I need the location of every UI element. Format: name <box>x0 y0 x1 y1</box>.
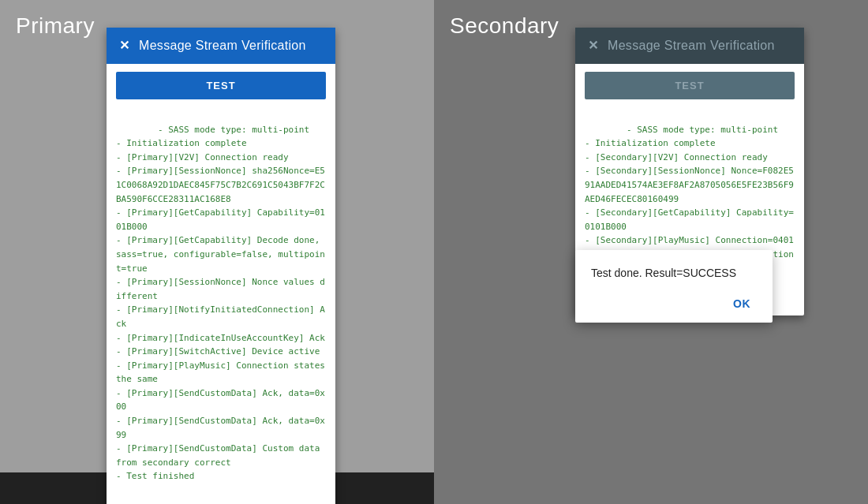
left-log-line-11: - [Primary][PlayMusic] Connection states… <box>116 360 331 385</box>
right-log-line-5: - [Secondary][GetCapability] Capability=… <box>585 207 794 232</box>
left-log-area: - SASS mode type: multi-point - Initiali… <box>116 109 326 498</box>
left-log-line-6: - [Primary][GetCapability] Decode done, … <box>116 235 325 273</box>
left-log-line-10: - [Primary][SwitchActive] Device active <box>116 346 320 357</box>
right-modal-title: Message Stream Verification <box>608 39 775 53</box>
left-log-line-9: - [Primary][IndicateInUseAccountKey] Ack <box>116 333 325 343</box>
left-test-button[interactable]: TEST <box>116 72 326 99</box>
left-modal-title: Message Stream Verification <box>139 39 306 53</box>
left-log-line-15: - Test finished <box>116 471 194 481</box>
right-close-icon[interactable]: ✕ <box>588 39 598 52</box>
right-log-line-1: - SASS mode type: multi-point <box>627 125 778 135</box>
left-modal: ✕ Message Stream Verification TEST - SAS… <box>107 28 335 504</box>
right-log-line-6: - [Secondary][PlayMusic] Connection=0401 <box>585 235 794 245</box>
left-log-line-5: - [Primary][GetCapability] Capability=01… <box>116 207 325 232</box>
left-log-line-2: - Initialization complete <box>116 138 247 148</box>
left-close-icon[interactable]: ✕ <box>119 39 129 52</box>
right-modal-header: ✕ Message Stream Verification <box>575 28 804 64</box>
left-modal-body: TEST - SASS mode type: multi-point - Ini… <box>107 64 335 504</box>
alert-dialog: Test done. Result=SUCCESS OK <box>575 250 773 323</box>
secondary-title: Secondary <box>450 13 559 39</box>
left-modal-header: ✕ Message Stream Verification <box>107 28 335 64</box>
alert-message: Test done. Result=SUCCESS <box>591 266 757 282</box>
left-panel: Primary ✕ Message Stream Verification TE… <box>0 0 434 504</box>
alert-ok-button[interactable]: OK <box>727 294 757 313</box>
left-log-line-3: - [Primary][V2V] Connection ready <box>116 152 289 162</box>
left-log-line-4: - [Primary][SessionNonce] sha256Nonce=E5… <box>116 166 325 203</box>
left-log-line-1: - SASS mode type: multi-point <box>158 125 309 135</box>
right-log-line-4: - [Secondary][SessionNonce] Nonce=F082E5… <box>585 166 794 203</box>
left-log-line-7: - [Primary][SessionNonce] Nonce values d… <box>116 277 325 301</box>
right-test-button[interactable]: TEST <box>585 72 795 99</box>
left-log-line-13: - [Primary][SendCustomData] Ack, data=0x… <box>116 416 325 440</box>
left-log-line-12: - [Primary][SendCustomData] Ack, data=0x… <box>116 388 325 413</box>
left-log-line-14: - [Primary][SendCustomData] Custom data … <box>116 443 325 468</box>
right-log-line-3: - [Secondary][V2V] Connection ready <box>585 152 768 162</box>
left-log-line-8: - [Primary][NotifyInitiatedConnection] A… <box>116 304 325 329</box>
primary-title: Primary <box>16 13 95 39</box>
right-log-line-2: - Initialization complete <box>585 138 716 148</box>
right-panel: Secondary ✕ Message Stream Verification … <box>434 0 868 504</box>
